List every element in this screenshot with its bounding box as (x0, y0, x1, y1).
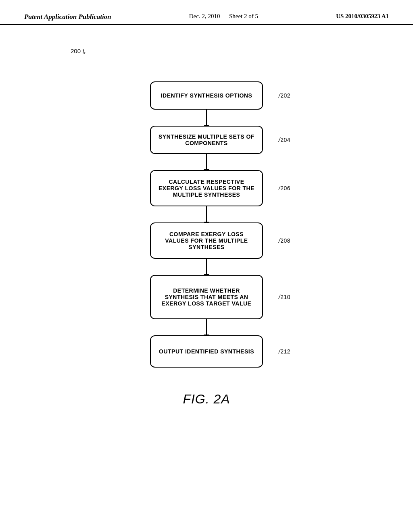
publication-label: Patent Application Publication (24, 13, 111, 21)
step-row-210: DETERMINE WHETHER SYNTHESIS THAT MEETS A… (150, 275, 263, 319)
step-row-208: COMPARE EXERGY LOSS VALUES FOR THE MULTI… (150, 222, 263, 259)
arrow-2 (206, 154, 207, 170)
figure-caption: FIG. 2A (183, 392, 230, 407)
diagram-area: 200 ↙ IDENTIFY SYNTHESIS OPTIONS /202 SY… (0, 25, 413, 407)
step-text-206: CALCULATE RESPECTIVE EXERGY LOSS VALUES … (157, 179, 256, 198)
diagram-number-label: 200 ↙ (71, 47, 87, 55)
step-text-210: DETERMINE WHETHER SYNTHESIS THAT MEETS A… (157, 287, 256, 307)
step-box-206: CALCULATE RESPECTIVE EXERGY LOSS VALUES … (150, 170, 263, 206)
flow-chart: IDENTIFY SYNTHESIS OPTIONS /202 SYNTHESI… (150, 81, 263, 368)
diagram-arrow-icon: ↙ (80, 46, 88, 56)
step-label-208: /208 (279, 237, 290, 244)
step-box-210: DETERMINE WHETHER SYNTHESIS THAT MEETS A… (150, 275, 263, 319)
step-box-204: SYNTHESIZE MULTIPLE SETS OF COMPONENTS /… (150, 126, 263, 154)
arrow-3 (206, 206, 207, 222)
arrow-1 (206, 110, 207, 126)
page-header: Patent Application Publication Dec. 2, 2… (0, 0, 413, 25)
step-label-206: /206 (279, 185, 290, 191)
header-center: Dec. 2, 2010 Sheet 2 of 5 (189, 13, 258, 20)
diagram-number: 200 (71, 48, 81, 54)
step-text-204: SYNTHESIZE MULTIPLE SETS OF COMPONENTS (157, 133, 256, 146)
step-box-208: COMPARE EXERGY LOSS VALUES FOR THE MULTI… (150, 222, 263, 259)
arrow-4 (206, 259, 207, 275)
step-label-210: /210 (279, 294, 290, 300)
step-row-206: CALCULATE RESPECTIVE EXERGY LOSS VALUES … (150, 170, 263, 206)
step-label-212: /212 (279, 348, 290, 355)
step-text-208: COMPARE EXERGY LOSS VALUES FOR THE MULTI… (157, 231, 256, 250)
step-text-202: IDENTIFY SYNTHESIS OPTIONS (161, 92, 252, 99)
header-date: Dec. 2, 2010 (189, 13, 220, 19)
arrow-5 (206, 319, 207, 335)
step-label-204: /204 (279, 137, 290, 143)
step-box-202: IDENTIFY SYNTHESIS OPTIONS /202 (150, 81, 263, 110)
step-label-202: /202 (279, 92, 290, 99)
step-row-202: IDENTIFY SYNTHESIS OPTIONS /202 (150, 81, 263, 110)
patent-number: US 2010/0305923 A1 (336, 13, 389, 20)
header-sheet: Sheet 2 of 5 (229, 13, 258, 19)
step-row-204: SYNTHESIZE MULTIPLE SETS OF COMPONENTS /… (150, 126, 263, 154)
step-text-212: OUTPUT IDENTIFIED SYNTHESIS (159, 348, 254, 355)
step-box-212: OUTPUT IDENTIFIED SYNTHESIS /212 (150, 335, 263, 368)
step-row-212: OUTPUT IDENTIFIED SYNTHESIS /212 (150, 335, 263, 368)
